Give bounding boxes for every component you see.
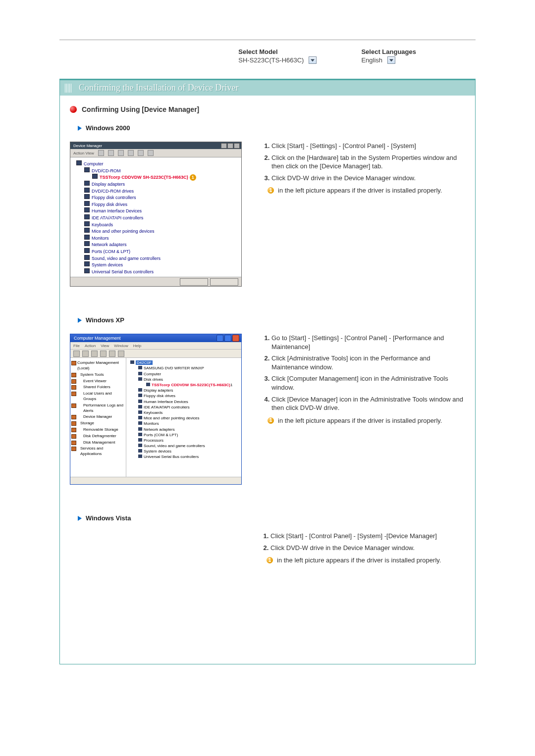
step-item: Click [Device Manager] icon in the Admin… [271,395,465,412]
device-icon [84,221,90,226]
computer-icon [76,160,82,165]
model-value: SH-S223C(TS-H663C) [238,56,304,64]
tree-item: Keyboards [92,222,113,227]
xp-tree-item: Universal Serial Bus controllers [144,454,199,459]
device-icon [84,201,90,206]
xp-left-item: Shared Folders [71,384,125,391]
step-item: Click DVD-W drive in the Device Manager … [271,174,465,183]
xp-left-tree: Computer Management (Local) System Tools… [70,358,126,477]
xp-left-item: Local Users and Groups [71,391,125,403]
xp-tree-item: Keyboards [144,410,162,415]
xp-tree-item: Computer [144,372,161,376]
xp-left-item: Performance Logs and Alerts [71,403,125,414]
minimize-icon [216,335,223,342]
xp-left-item: Device Manager [71,414,125,420]
section-heading: Confirming Using [Device Manager] [82,105,199,113]
toolbar-icon [118,150,124,156]
xp-left-item: Disk Management [71,440,125,446]
device-icon [138,394,142,397]
language-dropdown-icon[interactable] [387,56,395,64]
device-icon [138,366,142,369]
proper-note: 1 in the left picture appears if the dri… [268,186,465,195]
xp-tree-item: Monitors [144,421,159,426]
title-bars-icon [65,84,72,93]
xp-left-item: System Tools [71,372,125,378]
dialog-button [180,278,208,286]
page-title: Confirming the Installation of Device Dr… [79,83,238,93]
device-icon [138,377,142,381]
toolbar-icon [109,351,115,357]
tree-item: Floppy disk controllers [92,195,136,200]
device-icon [138,427,142,431]
arrow-icon [78,516,82,521]
device-icon [84,255,90,260]
xp-left-item: Computer Management (Local) [71,360,125,372]
xp-tree-item: Processors [144,438,163,443]
xp-left-item: Services and Applications [71,446,125,457]
step-item: Go to [Start] - [Settings] - [Control Pa… [271,334,465,351]
model-selector-group: Select Model SH-S223C(TS-H663C) [238,48,317,64]
xp-tree-item: Network adapters [144,427,175,432]
callout-1-icon: 1 [268,417,274,424]
callout-1-icon: 1 [267,557,273,563]
xp-left-item: Removable Storage [71,427,125,433]
proper-text: in the left picture appears if the drive… [277,556,441,565]
device-icon [84,235,90,240]
win2000-toolbar: Action View [70,149,241,157]
xp-body: Computer Management (Local) System Tools… [70,358,241,477]
device-icon [84,228,90,233]
device-icon [138,372,142,375]
arrow-icon [78,318,82,323]
xp-tree-item: Mice and other pointing devices [144,416,200,420]
tree-item: IDE ATA/ATAPI controllers [92,215,143,220]
xp-left-item: Storage [71,420,125,427]
toolbar-icon [148,150,154,156]
xp-window-controls [216,335,239,342]
screenshot-winxp: Computer Management File Action View Win… [70,334,242,485]
xp-titlebar: Computer Management [70,334,241,342]
page-title-bar: Confirming the Installation of Device Dr… [60,80,475,96]
tree-item: Display adapters [92,182,125,187]
heading-vista: Windows Vista [78,514,475,522]
proper-note: 1 in the left picture appears if the dri… [267,556,465,565]
language-value: English [361,56,382,64]
xp-tree-item: Display adapters [144,388,173,393]
model-dropdown-icon[interactable] [309,56,317,64]
toolbar-icon [118,351,124,357]
content-frame: Confirming the Installation of Device Dr… [59,79,476,664]
xp-menu-item: File [73,344,80,348]
device-icon [138,438,142,442]
tree-item: Monitors [92,236,109,241]
step-item: Click [Administrative Tools] icon in the… [271,354,465,371]
device-icon [138,421,142,425]
tree-item: DVD/CD-ROM drives [92,189,134,194]
win2000-menus: Action View [73,151,94,155]
device-icon [84,188,90,193]
xp-left-item: Event Viewer [71,378,125,385]
heading-winxp: Windows XP [78,316,475,324]
step-item: Click [Start] - [Control Panel] - [Syste… [270,532,465,541]
device-icon [138,444,142,447]
tree-item: Floppy disk drives [92,202,127,207]
device-icon [138,433,142,436]
device-icon [138,416,142,419]
device-icon [138,454,142,458]
device-icon [84,207,90,212]
xp-tree-item: SAMSUNG DVD WRITER WINXP [144,366,204,370]
step-item: Click on the [Hardware] tab in the Syste… [271,153,465,171]
device-icon [84,248,90,253]
tree-device: TSSTcorp CDDVDW SH-S223C(TS-H663C) [100,175,188,180]
win2000-window-controls [221,143,240,149]
tree-root: Computer [84,161,104,166]
minimize-icon [221,143,227,149]
drive-icon [146,383,150,386]
proper-note: 1 in the left picture appears if the dri… [268,416,465,425]
instructions-win2000: Click [Start] - [Settings] - [Control Pa… [262,142,465,195]
xp-tree-item: Ports (COM & LPT) [144,433,178,437]
tree-item: Network adapters [92,242,127,247]
xp-tree-item: Human Interface Devices [144,400,188,404]
drive-icon [92,174,98,179]
svg-marker-1 [389,59,393,61]
device-icon [84,268,90,273]
tree-dvdcdrom: DVD/CD-ROM [92,168,121,173]
